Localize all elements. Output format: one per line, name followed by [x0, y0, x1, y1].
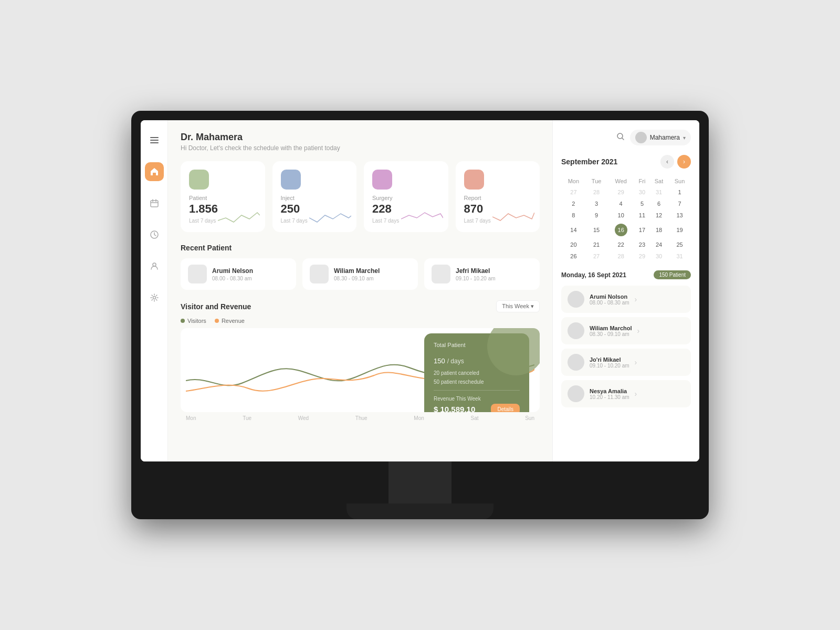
- search-button[interactable]: [616, 132, 625, 143]
- chart-header: Visitor and Revenue This Week ▾: [181, 300, 540, 312]
- schedule-item-2[interactable]: Jo'ri Mikael 09.10 - 10.20 am ›: [561, 349, 691, 376]
- sidebar-item-settings[interactable]: [145, 288, 164, 307]
- schedule-time-0: 08.00 - 08.30 am: [590, 300, 629, 306]
- cal-day[interactable]: 29: [607, 186, 635, 198]
- tooltip-circle-decoration: [487, 328, 540, 375]
- schedule-item-0[interactable]: Arumi Nolson 08.00 - 08.30 am ›: [561, 286, 691, 313]
- tooltip-revenue-row: $ 10,589,10 Details: [434, 404, 520, 412]
- cal-day[interactable]: 11: [635, 209, 649, 221]
- cal-day[interactable]: 18: [649, 221, 668, 239]
- cal-day[interactable]: 29: [635, 250, 649, 262]
- chart-label-sun: Sun: [525, 415, 534, 421]
- sidebar-item-home[interactable]: [145, 162, 164, 181]
- schedule-info-2: Jo'ri Mikael 09.10 - 10.20 am: [590, 356, 629, 369]
- schedule-avatar-3: [568, 385, 584, 402]
- cal-day[interactable]: 6: [649, 198, 668, 209]
- schedule-avatar-2: [568, 354, 584, 371]
- stat-card-inject[interactable]: Inject 250 Last 7 days: [272, 161, 357, 232]
- cal-day[interactable]: 23: [635, 239, 649, 250]
- cal-day[interactable]: 15: [586, 221, 607, 239]
- schedule-name-0: Arumi Nolson: [590, 293, 629, 300]
- patient-card-0[interactable]: Arumi Nelson 08.00 - 08.30 am: [181, 258, 296, 290]
- cal-week-2: 8 9 10 11 12 13: [561, 209, 691, 221]
- calendar-nav: ‹ ›: [660, 155, 691, 169]
- patient-icon: [189, 170, 209, 190]
- cal-day[interactable]: 30: [635, 186, 649, 198]
- cal-day[interactable]: 8: [561, 209, 586, 221]
- monitor-stand-base: [346, 503, 494, 519]
- chart-label-sat: Sat: [470, 415, 478, 421]
- schedule-item-1[interactable]: Wiliam Marchol 08.30 - 09.10 am ›: [561, 317, 691, 344]
- schedule-header: Monday, 16 Sept 2021 150 Patient: [561, 270, 691, 279]
- details-button[interactable]: Details: [491, 404, 520, 412]
- cal-day[interactable]: 7: [668, 198, 691, 209]
- cal-day[interactable]: 31: [668, 250, 691, 262]
- patient-name-1: Wiliam Marchel: [334, 267, 380, 275]
- cal-day[interactable]: 4: [607, 198, 635, 209]
- cal-day[interactable]: 17: [635, 221, 649, 239]
- chevron-right-icon-1: ›: [637, 327, 640, 335]
- cal-next-button[interactable]: ›: [677, 155, 691, 169]
- sidebar-item-clock[interactable]: [145, 225, 164, 244]
- cal-day[interactable]: 13: [668, 209, 691, 221]
- svg-rect-2: [150, 142, 159, 143]
- cal-day[interactable]: 20: [561, 239, 586, 250]
- chart-section: Visitor and Revenue This Week ▾ Visitors…: [181, 300, 540, 421]
- patient-time-2: 09.10 - 10.20 am: [456, 276, 496, 281]
- chart-area: Total Patient 150/ days 20 patient cance…: [181, 328, 540, 412]
- cal-week-1: 2 3 4 5 6 7: [561, 198, 691, 209]
- cal-day today[interactable]: 16: [607, 221, 635, 239]
- surgery-icon: [372, 170, 392, 190]
- menu-icon[interactable]: [145, 131, 164, 150]
- cal-day[interactable]: 2: [561, 198, 586, 209]
- cal-day[interactable]: 30: [649, 250, 668, 262]
- schedule-item-3[interactable]: Nesya Amalia 10.20 - 11.30 am ›: [561, 380, 691, 407]
- surgery-chart: [401, 207, 443, 226]
- cal-day[interactable]: 5: [635, 198, 649, 209]
- cal-day[interactable]: 31: [649, 186, 668, 198]
- patient-card-2[interactable]: Jefri Mikael 09.10 - 10.20 am: [424, 258, 540, 290]
- schedule-time-2: 09.10 - 10.20 am: [590, 363, 629, 369]
- cal-week-0: 27 28 29 30 31 1: [561, 186, 691, 198]
- cal-day[interactable]: 1: [668, 186, 691, 198]
- schedule-date: Monday, 16 Sept 2021: [561, 271, 626, 279]
- patient-card-1[interactable]: Wiliam Marchel 08.30 - 09.10 am: [302, 258, 418, 290]
- cal-header-sat: Sat: [649, 176, 668, 186]
- svg-rect-3: [151, 201, 158, 207]
- cal-day[interactable]: 24: [649, 239, 668, 250]
- surgery-label: Surgery: [372, 195, 440, 201]
- cal-day[interactable]: 3: [586, 198, 607, 209]
- tooltip-rescheduled: 50 patient reschedule: [434, 379, 520, 385]
- svg-point-6: [153, 297, 155, 299]
- stat-card-patient[interactable]: Patient 1.856 Last 7 days: [181, 161, 265, 232]
- cal-day[interactable]: 27: [586, 250, 607, 262]
- cal-day[interactable]: 21: [586, 239, 607, 250]
- cal-header-wed: Wed: [607, 176, 635, 186]
- cal-header-fri: Fri: [635, 176, 649, 186]
- cal-day[interactable]: 12: [649, 209, 668, 221]
- cal-day[interactable]: 27: [561, 186, 586, 198]
- cal-day[interactable]: 28: [607, 250, 635, 262]
- cal-day[interactable]: 25: [668, 239, 691, 250]
- cal-day[interactable]: 26: [561, 250, 586, 262]
- cal-day[interactable]: 19: [668, 221, 691, 239]
- sidebar-item-calendar[interactable]: [145, 194, 164, 213]
- chart-title: Visitor and Revenue: [181, 302, 251, 311]
- stat-card-report[interactable]: Report 870 Last 7 days: [456, 161, 540, 232]
- sidebar-item-profile[interactable]: [145, 257, 164, 276]
- stat-card-surgery[interactable]: Surgery 228 Last 7 days: [364, 161, 448, 232]
- cal-day[interactable]: 10: [607, 209, 635, 221]
- cal-day[interactable]: 14: [561, 221, 586, 239]
- cal-day[interactable]: 9: [586, 209, 607, 221]
- patient-count-badge: 150 Patient: [654, 270, 691, 279]
- user-pill[interactable]: Mahamera ▾: [630, 130, 691, 145]
- chart-filter-button[interactable]: This Week ▾: [496, 300, 540, 312]
- cal-day[interactable]: 22: [607, 239, 635, 250]
- cal-day[interactable]: 28: [586, 186, 607, 198]
- tooltip-card: Total Patient 150/ days 20 patient cance…: [424, 333, 529, 412]
- inject-icon: [281, 170, 301, 190]
- cal-header-tue: Tue: [586, 176, 607, 186]
- cal-prev-button[interactable]: ‹: [660, 155, 674, 169]
- patient-name-0: Arumi Nelson: [212, 267, 253, 275]
- patient-info-0: Arumi Nelson 08.00 - 08.30 am: [212, 267, 253, 281]
